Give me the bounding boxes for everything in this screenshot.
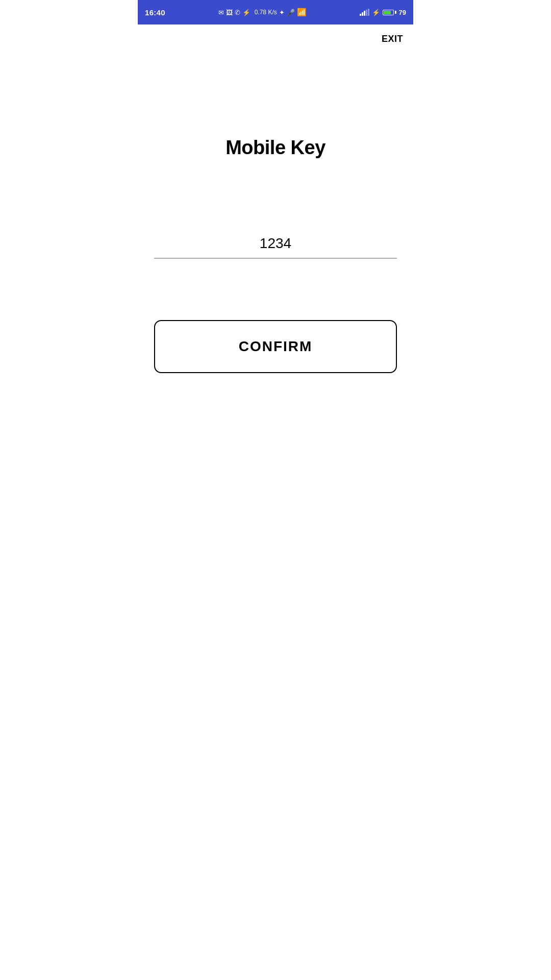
battery-icon [383,10,396,15]
battery-tip [395,11,396,14]
signal-bar-4 [366,10,367,16]
image-icon: 🖼 [226,9,233,16]
wifi-icon: 📶 [297,8,307,17]
usb-icon: ⚡ [242,9,251,16]
mobile-key-input[interactable] [154,230,397,259]
status-right: ⚡ 79 [360,9,406,16]
battery-fill [384,11,391,14]
charging-icon: ⚡ [372,9,380,16]
battery-percent: 79 [399,9,406,16]
status-bar: 16:40 ✉ 🖼 ✆ ⚡ 0.78 K/s ✦ 🎤 📶 [138,0,413,24]
bluetooth-icon: ✦ [279,9,285,16]
signal-bar-2 [362,12,363,16]
status-center: ✉ 🖼 ✆ ⚡ 0.78 K/s ✦ 🎤 📶 [218,8,307,17]
battery-body [383,10,394,15]
signal-bar-1 [360,14,361,16]
screen: 16:40 ✉ 🖼 ✆ ⚡ 0.78 K/s ✦ 🎤 📶 [138,0,413,980]
network-speed: 0.78 K/s [255,9,277,16]
confirm-button[interactable]: CONFIRM [154,320,397,373]
signal-bar-5 [368,9,369,16]
mic-off-icon: 🎤 [287,9,295,16]
page-title: Mobile Key [226,137,325,159]
main-content: EXIT Mobile Key CONFIRM [138,24,413,980]
signal-bar-3 [364,11,365,16]
input-wrapper [154,230,397,259]
status-time: 16:40 [145,8,165,17]
envelope-icon: ✉ [218,9,224,16]
phone-icon: ✆ [235,9,240,16]
exit-button[interactable]: EXIT [382,34,403,44]
signal-bars [360,9,369,16]
